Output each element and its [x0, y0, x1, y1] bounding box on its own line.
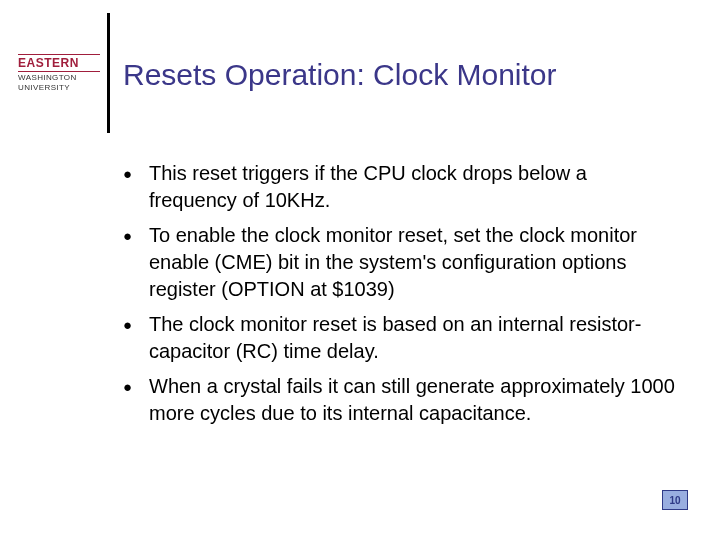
- bullet-text: To enable the clock monitor reset, set t…: [149, 222, 678, 303]
- list-item: ● The clock monitor reset is based on an…: [123, 311, 678, 365]
- page-number: 10: [662, 490, 688, 510]
- bullet-text: The clock monitor reset is based on an i…: [149, 311, 678, 365]
- list-item: ● This reset triggers if the CPU clock d…: [123, 160, 678, 214]
- bullet-icon: ●: [123, 160, 149, 187]
- logo-line-1: EASTERN: [18, 54, 100, 72]
- bullet-icon: ●: [123, 311, 149, 338]
- vertical-divider: [107, 13, 110, 133]
- bullet-icon: ●: [123, 222, 149, 249]
- logo-line-2: WASHINGTON: [18, 72, 100, 82]
- bullet-list: ● This reset triggers if the CPU clock d…: [123, 160, 678, 435]
- logo-line-3: UNIVERSITY: [18, 82, 100, 92]
- bullet-text: This reset triggers if the CPU clock dro…: [149, 160, 678, 214]
- bullet-icon: ●: [123, 373, 149, 400]
- list-item: ● When a crystal fails it can still gene…: [123, 373, 678, 427]
- list-item: ● To enable the clock monitor reset, set…: [123, 222, 678, 303]
- university-logo: EASTERN WASHINGTON UNIVERSITY: [18, 54, 100, 92]
- slide-title: Resets Operation: Clock Monitor: [123, 58, 557, 92]
- bullet-text: When a crystal fails it can still genera…: [149, 373, 678, 427]
